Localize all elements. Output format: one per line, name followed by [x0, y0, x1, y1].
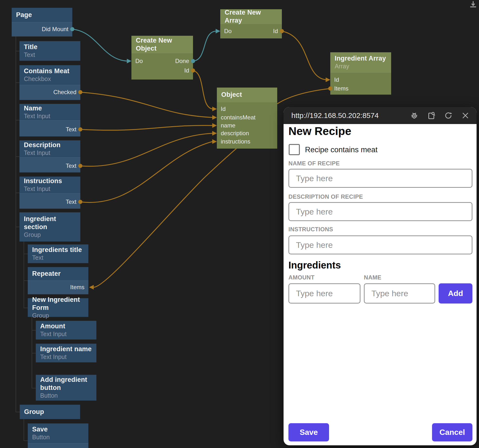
title-node[interactable]: TitleText [19, 41, 80, 61]
close-icon[interactable] [461, 111, 470, 120]
add-ingredient-button-node[interactable]: Add ingredient buttonButton [36, 375, 96, 401]
save-button[interactable]: Save [288, 423, 329, 441]
instructions-input[interactable] [288, 235, 472, 254]
preview-url-bar: http://192.168.50.202:8574 [284, 107, 477, 124]
recipe-contains-meat-label: Recipe contains meat [305, 144, 378, 155]
node-divider [19, 193, 80, 194]
repeater-node[interactable]: RepeaterItems [28, 267, 88, 294]
description-of-recipe-input[interactable] [288, 202, 472, 221]
node-header: Page [12, 8, 72, 22]
node-subtitle: Button [40, 392, 92, 399]
instructions-node[interactable]: InstructionsText InputText [19, 177, 80, 209]
amount-input[interactable] [288, 283, 360, 304]
contains-meat-node[interactable]: Contains MeatCheckboxChecked [19, 65, 80, 100]
create-new-object-node[interactable]: Create New ObjectDoDoneId [131, 36, 193, 80]
node-subtitle: Text Input [24, 112, 76, 120]
inspect-icon[interactable] [427, 111, 436, 120]
node-subtitle: Button [32, 433, 84, 441]
node-title: Group [24, 408, 76, 416]
node-subtitle: Text Input [40, 330, 92, 338]
node-header: Repeater [28, 267, 88, 280]
download-icon[interactable] [469, 0, 478, 8]
node-subtitle: Text [24, 51, 76, 59]
bug-icon[interactable] [410, 111, 419, 120]
id-port[interactable]: Id [217, 105, 277, 113]
node-header: Group [20, 405, 80, 419]
items-port[interactable]: Items [330, 85, 391, 92]
node-title: Ingredient Array [335, 54, 387, 63]
name-input[interactable] [364, 283, 435, 304]
items-port[interactable]: Items [28, 284, 88, 291]
done-port[interactable]: Done [131, 57, 193, 65]
node-divider [19, 157, 80, 158]
name-node[interactable]: NameText InputText [19, 104, 80, 136]
id-port[interactable]: Id [131, 67, 193, 74]
amount-label: AMOUNT [288, 274, 314, 281]
node-title: Ingredient name [40, 345, 92, 353]
preview-browser-panel: http://192.168.50.202:8574 [284, 107, 477, 445]
node-title: Amount [40, 322, 92, 330]
group-node[interactable]: Group [20, 405, 80, 419]
node-title: Title [24, 43, 76, 51]
node-divider [19, 120, 80, 121]
node-header: Ingredients titleText [28, 244, 88, 263]
node-divider [330, 72, 391, 73]
node-title: Ingredients title [32, 246, 84, 254]
node-title: New Ingredient Form [32, 296, 84, 312]
add-button[interactable]: Add [439, 283, 472, 304]
node-header: Add ingredient buttonButton [36, 375, 96, 401]
cancel-button[interactable]: Cancel [432, 423, 472, 441]
instructions-port[interactable]: instructions [217, 138, 277, 145]
object-node[interactable]: ObjectIdcontainsMeatnamedescriptioninstr… [217, 88, 277, 149]
node-title: Add ingredient button [40, 376, 92, 392]
node-divider [28, 443, 88, 443]
page-node[interactable]: PageDid Mount [12, 8, 72, 36]
node-subtitle: Text Input [24, 149, 76, 157]
node-title: Contains Meat [24, 67, 76, 75]
node-divider [217, 102, 277, 102]
name-of-recipe-input[interactable] [288, 169, 472, 188]
ingredient-array-node[interactable]: Ingredient ArrayArrayIdItems [330, 52, 391, 95]
node-header: AmountText Input [36, 321, 96, 340]
name-label: NAME [364, 274, 381, 281]
node-title: Save [32, 425, 84, 433]
amount-node[interactable]: AmountText Input [36, 321, 96, 340]
recipe-contains-meat-checkbox[interactable] [289, 144, 300, 155]
name-port[interactable]: name [217, 122, 277, 129]
node-divider [131, 53, 193, 53]
ingredient-section-node[interactable]: Ingredient sectionGroup [19, 212, 80, 242]
text-port[interactable]: Text [19, 198, 80, 206]
create-new-array-node[interactable]: Create New ArrayDoId [220, 9, 282, 38]
containsmeat-port[interactable]: containsMeat [217, 114, 277, 121]
node-subtitle: Group [32, 312, 84, 319]
url-text[interactable]: http://192.168.50.202:8574 [291, 111, 402, 120]
node-title: Instructions [24, 177, 76, 185]
id-port[interactable]: Id [330, 76, 391, 83]
description-node[interactable]: DescriptionText InputText [19, 140, 80, 172]
node-title: Page [16, 11, 68, 19]
node-header: Ingredient nameText Input [36, 344, 96, 362]
refresh-icon[interactable] [444, 111, 453, 120]
node-header: Create New Object [131, 36, 193, 53]
node-subtitle: Text [32, 254, 84, 261]
node-header: Contains MeatCheckbox [19, 65, 80, 85]
node-header: NameText Input [19, 104, 80, 120]
checked-port[interactable]: Checked [19, 89, 80, 96]
node-title: Name [24, 104, 76, 112]
node-divider [19, 85, 80, 85]
node-header: TitleText [19, 41, 80, 61]
node-header: New Ingredient FormGroup [28, 298, 88, 317]
save-node[interactable]: SaveButton [28, 423, 88, 448]
node-divider [12, 22, 72, 22]
text-port[interactable]: Text [19, 126, 80, 133]
description-of-recipe-label: DESCRIPTION OF RECIPE [288, 193, 363, 200]
id-port[interactable]: Id [220, 27, 282, 35]
node-header: DescriptionText Input [19, 140, 80, 157]
text-port[interactable]: Text [19, 162, 80, 170]
new-ingredient-form-node[interactable]: New Ingredient FormGroup [28, 298, 88, 317]
node-divider [28, 280, 88, 281]
ingredients-title-node[interactable]: Ingredients titleText [28, 244, 88, 263]
description-port[interactable]: description [217, 130, 277, 137]
did-mount-port[interactable]: Did Mount [12, 26, 72, 33]
ingredient-name-node[interactable]: Ingredient nameText Input [36, 344, 96, 362]
